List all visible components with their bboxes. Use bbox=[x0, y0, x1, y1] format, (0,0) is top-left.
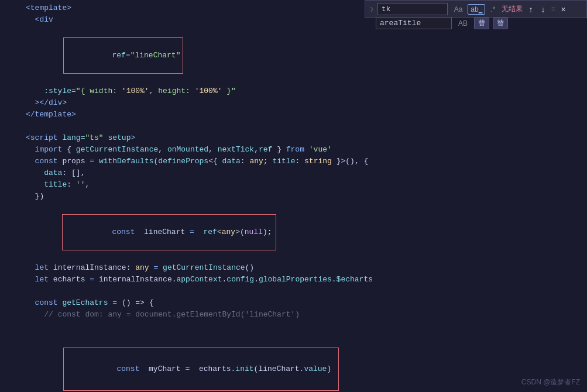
replace-row: AB 替 替 bbox=[376, 17, 508, 29]
search-no-result: 无结果 bbox=[502, 4, 523, 14]
code-line-mychart: const myChart = echarts.init(lineChart.v… bbox=[0, 332, 587, 392]
replace-one-btn[interactable]: 替 bbox=[474, 17, 489, 29]
code-line: const getEchatrs = () => { bbox=[0, 297, 587, 309]
search-close-btn[interactable]: × bbox=[559, 4, 568, 15]
code-line: let internalInstance: any = getCurrentIn… bbox=[0, 262, 587, 274]
watermark: CSDN @造梦者FZ bbox=[521, 377, 580, 387]
code-line: let echarts = internalInstance.appContex… bbox=[0, 274, 587, 286]
replace-input[interactable] bbox=[376, 17, 452, 29]
code-line: const props = withDefaults(defineProps<{… bbox=[0, 156, 587, 167]
code-line: ></div> bbox=[0, 97, 587, 109]
code-line: </template> bbox=[0, 109, 587, 121]
code-line bbox=[0, 121, 587, 132]
code-container: <template> <div ref="lineChart" :style="… bbox=[0, 0, 587, 392]
replace-preserve-case-btn[interactable]: AB bbox=[455, 18, 471, 29]
search-input[interactable] bbox=[377, 3, 448, 15]
search-word-btn[interactable]: ab_ bbox=[468, 4, 485, 15]
code-line: }) bbox=[0, 191, 587, 202]
replace-all-btn[interactable]: 替 bbox=[493, 17, 508, 29]
replace-options: AB bbox=[455, 18, 471, 29]
code-line: <script lang="ts" setup> bbox=[0, 132, 587, 144]
code-line: import { getCurrentInstance, onMounted, … bbox=[0, 144, 587, 156]
code-line bbox=[0, 286, 587, 297]
search-collapse-icon[interactable]: ❯ bbox=[370, 5, 374, 13]
code-line-ref: ref="lineChart" bbox=[0, 26, 587, 85]
code-line: title: '', bbox=[0, 179, 587, 191]
search-divider: ≡ bbox=[551, 5, 555, 13]
editor-area: ❯ Aa ab_ .* 无结果 ↑ ↓ ≡ × AB 替 替 bbox=[0, 0, 587, 392]
code-line bbox=[0, 321, 587, 332]
code-line: :style="{ width: '100%', height: '100%' … bbox=[0, 85, 587, 97]
search-bar: ❯ Aa ab_ .* 无结果 ↑ ↓ ≡ × AB 替 替 bbox=[365, 0, 587, 18]
code-line: // const dom: any = document.getElementB… bbox=[0, 309, 587, 321]
search-case-btn[interactable]: Aa bbox=[451, 4, 466, 15]
search-next-btn[interactable]: ↓ bbox=[538, 4, 547, 15]
search-options: Aa ab_ .* bbox=[451, 4, 499, 15]
search-prev-btn[interactable]: ↑ bbox=[526, 4, 535, 15]
search-regex-btn[interactable]: .* bbox=[488, 4, 498, 15]
code-line-linechart: const lineChart = ref<any>(null); bbox=[0, 202, 587, 262]
code-line: data: [], bbox=[0, 167, 587, 179]
